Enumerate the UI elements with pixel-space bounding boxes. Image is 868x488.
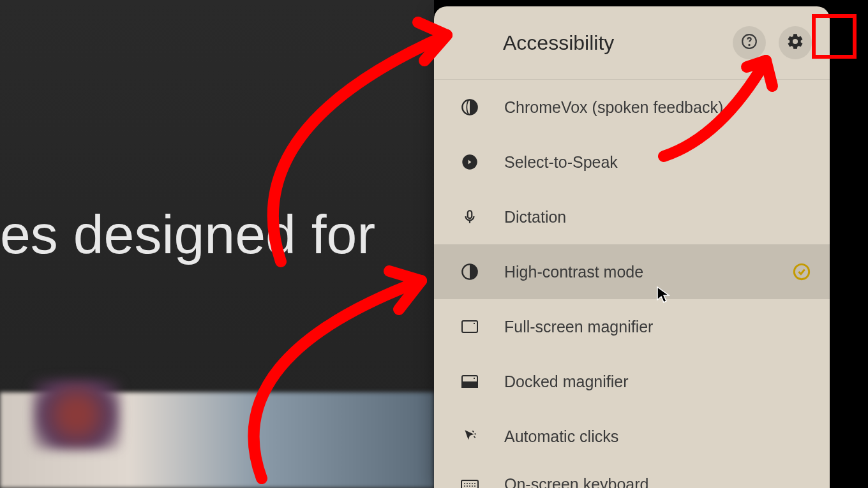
high-contrast-label: High-contrast mode [504,263,791,281]
help-icon [741,33,758,52]
on-screen-keyboard-item[interactable]: On-screen keyboard [434,464,830,488]
on-screen-keyboard-label: On-screen keyboard [504,475,812,488]
header-icons [733,26,812,59]
dictation-item[interactable]: Dictation [434,189,830,244]
pointer-auto-icon [460,426,480,447]
heading-line-1: es designed for [0,202,434,267]
select-to-speak-item[interactable]: Select-to-Speak [434,135,830,189]
svg-rect-11 [462,382,477,387]
automatic-clicks-label: Automatic clicks [504,427,812,446]
keyboard-icon [460,475,480,488]
chromevox-item[interactable]: ChromeVox (spoken feedback) [434,80,830,135]
contrast-icon [460,262,480,282]
accessibility-panel: Accessibility [434,6,830,488]
svg-point-1 [749,45,749,45]
full-screen-magnifier-item[interactable]: Full-screen magnifier [434,299,830,354]
svg-rect-12 [461,480,478,488]
gear-icon [786,33,804,53]
settings-button[interactable] [779,26,812,59]
microphone-icon [460,207,480,227]
docked-magnifier-label: Docked magnifier [504,373,812,391]
help-button[interactable] [733,26,766,59]
background-photo-detail [32,380,121,450]
chromevox-label: ChromeVox (spoken feedback) [504,98,812,117]
magnifier-full-icon [460,316,480,337]
annotation-red-box [812,14,857,59]
automatic-clicks-item[interactable]: Automatic clicks [434,409,830,464]
svg-rect-9 [462,321,477,332]
check-icon [791,262,812,282]
select-to-speak-label: Select-to-Speak [504,153,812,172]
panel-header: Accessibility [434,6,830,80]
high-contrast-item[interactable]: High-contrast mode [434,244,830,299]
full-screen-magnifier-label: Full-screen magnifier [504,318,812,336]
magnifier-docked-icon [460,371,480,392]
docked-magnifier-item[interactable]: Docked magnifier [434,354,830,409]
mouse-cursor [656,286,670,306]
globe-icon [460,97,480,117]
dictation-label: Dictation [504,208,812,226]
panel-title: Accessibility [452,31,733,55]
speaker-icon [460,152,480,172]
accessibility-options-list: ChromeVox (spoken feedback) Select-to-Sp… [434,80,830,488]
background-page: es designed for learners cessibility rig… [0,0,434,488]
svg-rect-6 [468,211,472,218]
